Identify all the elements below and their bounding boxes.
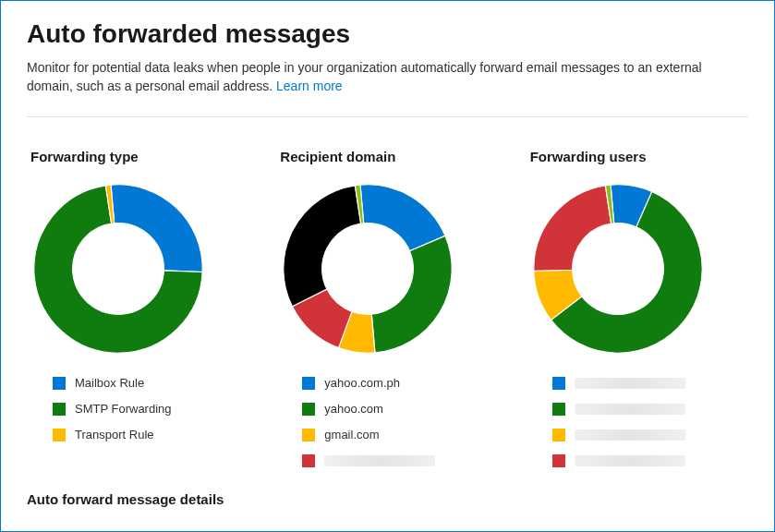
legend-label-redacted <box>575 455 685 466</box>
legend-swatch <box>53 403 66 416</box>
chart-legend <box>527 375 748 478</box>
legend-item[interactable]: Transport Rule <box>53 427 248 443</box>
legend-swatch <box>302 377 315 390</box>
donut-slice[interactable] <box>372 236 453 352</box>
legend-label: yahoo.com.ph <box>324 376 400 390</box>
legend-swatch <box>302 403 315 416</box>
legend-label-redacted <box>575 404 685 415</box>
legend-swatch <box>552 429 565 441</box>
legend-swatch <box>53 377 66 390</box>
legend-item[interactable] <box>302 453 498 469</box>
legend-swatch <box>552 403 565 416</box>
legend-item[interactable] <box>552 453 748 469</box>
donut-chart <box>527 181 748 357</box>
legend-label: gmail.com <box>324 428 379 441</box>
divider <box>27 116 748 117</box>
chart-legend: yahoo.com.phyahoo.comgmail.com <box>276 375 498 478</box>
legend-label-redacted <box>575 429 685 441</box>
chart-column: Forwarding users <box>527 149 748 478</box>
donut-slice[interactable] <box>533 185 611 270</box>
details-heading: Auto forward message details <box>27 491 748 507</box>
chart-title: Forwarding users <box>530 149 748 164</box>
legend-swatch <box>552 454 565 467</box>
charts-row: Forwarding typeMailbox RuleSMTP Forwardi… <box>27 149 748 478</box>
legend-item[interactable] <box>552 401 748 417</box>
legend-label: Transport Rule <box>75 428 154 441</box>
chart-title: Forwarding type <box>30 149 248 164</box>
chart-column: Recipient domainyahoo.com.phyahoo.comgma… <box>276 149 498 478</box>
legend-item[interactable]: yahoo.com.ph <box>302 375 498 392</box>
legend-label: Mailbox Rule <box>75 376 144 390</box>
donut-slice[interactable] <box>284 185 361 306</box>
chart-column: Forwarding typeMailbox RuleSMTP Forwardi… <box>27 149 248 478</box>
legend-item[interactable]: Mailbox Rule <box>53 375 248 392</box>
legend-item[interactable]: SMTP Forwarding <box>53 401 248 417</box>
legend-label-redacted <box>575 378 685 389</box>
page-description: Monitor for potential data leaks when pe… <box>27 58 747 96</box>
chart-title: Recipient domain <box>280 149 498 164</box>
donut-chart <box>276 181 498 357</box>
chart-legend: Mailbox RuleSMTP ForwardingTransport Rul… <box>27 375 248 453</box>
donut-slice[interactable] <box>111 184 202 272</box>
legend-item[interactable] <box>552 427 748 443</box>
legend-label-redacted <box>324 455 435 466</box>
donut-chart <box>27 181 248 357</box>
legend-item[interactable] <box>552 375 748 392</box>
legend-label: yahoo.com <box>324 402 383 416</box>
legend-swatch <box>302 454 315 467</box>
legend-swatch <box>552 377 565 390</box>
page-title: Auto forwarded messages <box>27 19 748 49</box>
legend-item[interactable]: yahoo.com <box>302 401 498 417</box>
learn-more-link[interactable]: Learn more <box>276 79 343 93</box>
legend-label: SMTP Forwarding <box>75 402 172 416</box>
legend-swatch <box>302 429 315 441</box>
description-text: Monitor for potential data leaks when pe… <box>27 60 702 93</box>
legend-swatch <box>53 429 66 441</box>
legend-item[interactable]: gmail.com <box>302 427 498 443</box>
